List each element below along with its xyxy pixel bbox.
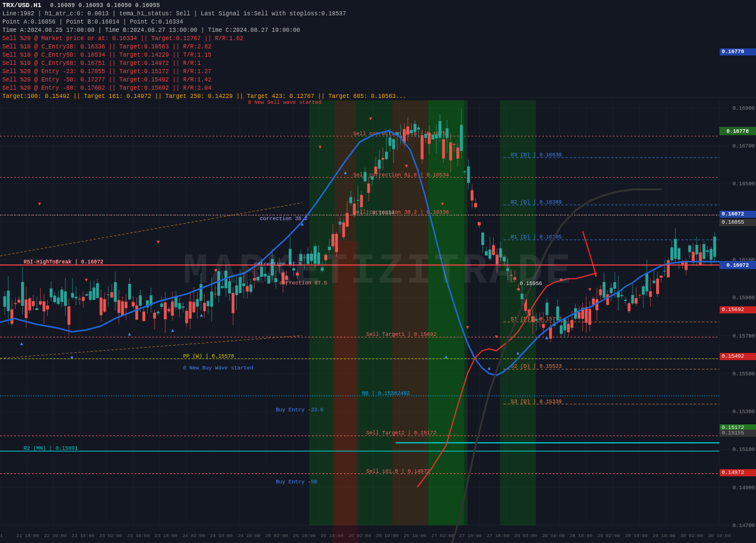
chart-container: MARKETIZITRADE TRX/USD.H1 0.16089 0.1609… bbox=[0, 0, 756, 543]
chart-canvas bbox=[0, 0, 756, 543]
